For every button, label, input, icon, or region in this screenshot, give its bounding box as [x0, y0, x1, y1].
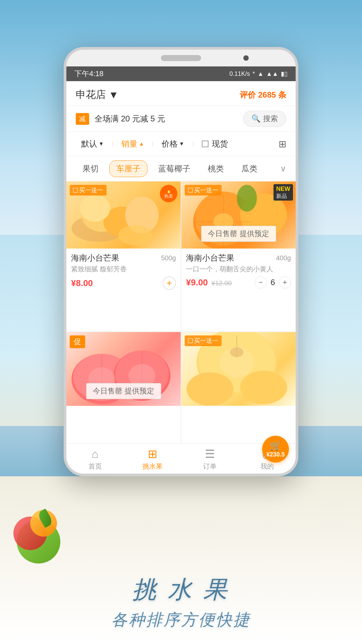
qty-control-2: − 6 +: [255, 276, 291, 288]
qty-minus-2[interactable]: −: [255, 276, 267, 288]
fruits-icon: ⊞: [148, 447, 157, 461]
instock-label: 现货: [212, 139, 228, 149]
cat-tab-guoqie[interactable]: 果切: [76, 161, 105, 177]
cat-tab-taolei[interactable]: 桃类: [201, 161, 231, 177]
product-img-4: 买一送一: [181, 332, 296, 406]
product-card-2[interactable]: 买一送一 NEW 新品 今日售罄 提供预定 海南小台芒果 400g 一口一个，萌…: [181, 181, 296, 331]
phone-speaker: [161, 55, 201, 61]
search-button[interactable]: 🔍 搜索: [243, 111, 286, 127]
product-info-2: 海南小台芒果 400g 一口一个，萌翻舌尖的小黄人 ¥9.00 ¥12.00 −…: [181, 249, 296, 292]
product-img-2: 买一送一 NEW 新品 今日售罄 提供预定: [181, 181, 296, 249]
sort-default[interactable]: 默认 ▼: [76, 136, 109, 152]
svg-point-27: [220, 347, 254, 377]
bottom-nav: ⌂ 首页 ⊞ 挑水果 ☰ 订单 ◉ 我的 🛒 ¥230.5: [66, 443, 296, 474]
rating-unit: 条: [278, 90, 286, 99]
cart-fab[interactable]: 🛒 ¥230.5: [262, 436, 289, 463]
status-bar: 下午4:18 0.11K/s * ▲ ▲▲ ▮▯: [66, 66, 296, 81]
cat-tab-qualei[interactable]: 瓜类: [235, 161, 264, 177]
search-icon: 🔍: [251, 114, 260, 123]
sort-default-arrow: ▼: [99, 141, 104, 147]
cat-tab-lanmei[interactable]: 蓝莓椰子: [152, 161, 197, 177]
phone-camera: [243, 55, 249, 61]
product-price-row-2: ¥9.00 ¥12.00 − 6 +: [186, 276, 291, 288]
badge-new-2: NEW 新品: [274, 184, 293, 201]
sort-price-label: 价格: [162, 139, 178, 149]
tag-checkbox-1: [73, 188, 78, 193]
svg-point-24: [240, 371, 287, 404]
cart-icon: 🛒: [270, 440, 282, 451]
nav-fruits[interactable]: ⊞ 挑水果: [124, 447, 181, 471]
network-speed: 0.11K/s: [229, 70, 250, 77]
tag-label-2: 买一送一: [194, 186, 218, 194]
product-tag-1: 买一送一: [70, 185, 107, 196]
new-label-1: NEW: [276, 185, 290, 193]
category-tabs: 果切 车厘子 蓝莓椰子 桃类 瓜类 ∨: [66, 156, 296, 181]
nav-orders[interactable]: ☰ 订单: [181, 447, 238, 471]
product-tag-4: 买一送一: [185, 335, 222, 346]
product-desc-2: 一口一个，萌翻舌尖的小黄人: [186, 265, 291, 274]
sort-divider-1: |: [112, 141, 113, 147]
product-price-old-2: ¥12.00: [212, 279, 232, 287]
sort-price[interactable]: 价格 ▼: [156, 136, 190, 152]
status-icons: 0.11K/s * ▲ ▲▲ ▮▯: [229, 70, 288, 77]
fruit-decoration: [10, 496, 77, 564]
product-name-2: 海南小台芒果: [186, 253, 234, 263]
cat-tab-chelizi[interactable]: 车厘子: [109, 160, 147, 177]
grid-toggle[interactable]: ⊞: [279, 139, 286, 150]
product-price-2: ¥9.00: [186, 277, 208, 287]
promo-badge: 减: [76, 113, 89, 125]
product-info-1: 海南小台芒果 500g 紧致细腻 馥郁芳香 ¥8.00 +: [66, 249, 181, 294]
store-header: 申花店 ▼ 评价 2685 条: [66, 81, 296, 106]
sort-sales-arrow: ▲: [139, 141, 144, 147]
store-dropdown-icon: ▼: [109, 89, 119, 101]
promo-bar: 减 全场满 20 元减 5 元 🔍 搜索: [66, 106, 296, 132]
store-name-text: 申花店: [76, 88, 106, 102]
product-card-1[interactable]: 买一送一 🔥 热卖 海南小台芒果 500g 紧致细腻 馥郁芳香 ¥8.00: [66, 181, 181, 331]
sort-instock[interactable]: 现货: [196, 136, 233, 152]
sold-out-3: 今日售罄 提供预定: [86, 383, 161, 399]
sort-price-arrow: ▼: [179, 141, 184, 147]
store-rating: 评价 2685 条: [240, 90, 286, 100]
promo-text: 全场满 20 元减 5 元: [95, 113, 238, 124]
home-icon: ⌂: [92, 447, 99, 461]
app-content: 申花店 ▼ 评价 2685 条 减 全场满 20 元减 5 元 🔍 搜索 默认 …: [66, 81, 296, 474]
hot-label: 热卖: [164, 193, 173, 199]
sort-sales[interactable]: 销量 ▲: [116, 136, 149, 152]
sold-out-2: 今日售罄 提供预定: [201, 226, 276, 242]
wifi-icon: ▲: [258, 70, 264, 77]
product-card-4[interactable]: 买一送一: [181, 332, 296, 443]
product-img-3: 促 今日售罄 提供预定: [66, 332, 181, 406]
rating-label: 评价: [240, 90, 256, 99]
phone-bezel-top: [66, 50, 296, 66]
cat-more-icon[interactable]: ∨: [280, 164, 286, 173]
bluetooth-icon: *: [253, 70, 255, 77]
nav-home[interactable]: ⌂ 首页: [66, 447, 124, 471]
product-weight-1: 500g: [161, 254, 176, 262]
sort-divider-3: |: [192, 141, 194, 147]
new-label-2: 新品: [276, 193, 290, 199]
product-card-3[interactable]: 促 今日售罄 提供预定: [66, 332, 181, 443]
tag-checkbox-4: [188, 338, 193, 343]
svg-point-23: [187, 372, 234, 406]
svg-point-5: [119, 225, 152, 245]
orders-label: 订单: [203, 462, 217, 471]
add-button-1[interactable]: +: [163, 276, 176, 290]
product-price-1: ¥8.00: [71, 278, 93, 288]
store-name-container[interactable]: 申花店 ▼: [76, 88, 119, 102]
product-title-row-2: 海南小台芒果 400g: [186, 253, 291, 263]
instock-checkbox[interactable]: [202, 141, 208, 147]
tag-label-1: 买一送一: [79, 186, 103, 194]
bottom-subtitle: 各种排序方便快捷: [0, 609, 362, 631]
tag-label-4: 买一送一: [194, 337, 218, 345]
product-img-1: 买一送一 🔥 热卖: [66, 181, 181, 249]
product-title-row-1: 海南小台芒果 500g: [71, 253, 176, 263]
rating-count: 2685: [258, 90, 276, 99]
product-desc-1: 紧致细腻 馥郁芳香: [71, 265, 176, 274]
status-time: 下午4:18: [74, 69, 104, 79]
battery-icon: ▮▯: [281, 70, 288, 77]
qty-plus-2[interactable]: +: [279, 276, 291, 288]
bottom-title: 挑 水 果: [0, 574, 362, 606]
tag-checkbox-2: [188, 188, 193, 193]
phone-frame: 下午4:18 0.11K/s * ▲ ▲▲ ▮▯ 申花店 ▼ 评价 2685 条…: [64, 47, 298, 476]
product-price-group-2: ¥9.00 ¥12.00: [186, 277, 232, 288]
